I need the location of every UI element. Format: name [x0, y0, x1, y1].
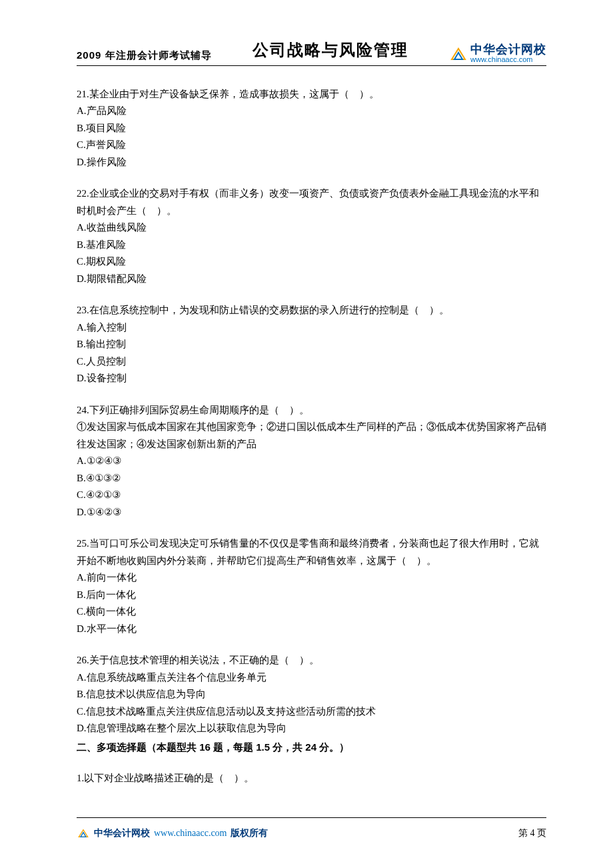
footer-left: 中华会计网校 www.chinaacc.com 版权所有	[77, 825, 268, 841]
question-option: D.操作风险	[77, 154, 546, 171]
question-26: 26.关于信息技术管理的相关说法，不正确的是（ ）。 A.信息系统战略重点关注各…	[77, 652, 546, 737]
question-extra: ①发达国家与低成本国家在其他国家竞争；②进口国以低成本生产同样的产品；③低成本优…	[77, 419, 546, 453]
section2-question-1: 1.以下对企业战略描述正确的是（ ）。	[77, 770, 546, 787]
question-option: D.设备控制	[77, 370, 546, 387]
logo-text-url: www.chinaacc.com	[470, 56, 546, 64]
question-option: B.基准风险	[77, 237, 546, 254]
question-23: 23.在信息系统控制中，为发现和防止错误的交易数据的录入所进行的控制是（ ）。 …	[77, 302, 546, 387]
page-footer: 中华会计网校 www.chinaacc.com 版权所有 第 4 页	[77, 825, 546, 841]
question-option: A.产品风险	[77, 103, 546, 120]
question-option: A.信息系统战略重点关注各个信息业务单元	[77, 669, 546, 687]
question-option: A.收益曲线风险	[77, 219, 546, 237]
question-option: D.①④②③	[77, 504, 546, 521]
section-2-header: 二、多项选择题（本题型共 16 题，每题 1.5 分，共 24 分。）	[77, 739, 546, 756]
question-24: 24.下列正确排列国际贸易生命周期顺序的是（ ）。 ①发达国家与低成本国家在其他…	[77, 402, 546, 521]
question-22: 22.企业或企业的交易对手有权（而非义务）改变一项资产、负债或资产负债表外金融工…	[77, 185, 546, 287]
question-option: C.④②①③	[77, 487, 546, 504]
question-option: B.后向一体化	[77, 587, 546, 604]
page-title: 公司战略与风险管理	[212, 37, 449, 64]
question-stem: 24.下列正确排列国际贸易生命周期顺序的是（ ）。	[77, 402, 546, 419]
logo-text-cn: 中华会计网校	[470, 43, 546, 56]
question-option: C.声誉风险	[77, 137, 546, 154]
question-option: B.信息技术以供应信息为导向	[77, 686, 546, 703]
question-option: A.①②④③	[77, 453, 546, 470]
question-option: A.输入控制	[77, 319, 546, 337]
page: 2009 年注册会计师考试辅导 公司战略与风险管理 中华会计网校 www.chi…	[0, 0, 613, 868]
question-option: B.输出控制	[77, 336, 546, 353]
question-25: 25.当可口可乐公司发现决定可乐销售量的不仅仅是零售商和最终消费者，分装商也起了…	[77, 535, 546, 637]
question-option: D.期限错配风险	[77, 271, 546, 288]
question-stem: 22.企业或企业的交易对手有权（而非义务）改变一项资产、负债或资产负债表外金融工…	[77, 185, 546, 219]
question-stem: 25.当可口可乐公司发现决定可乐销售量的不仅仅是零售商和最终消费者，分装商也起了…	[77, 535, 546, 569]
page-number: 第 4 页	[518, 825, 546, 841]
footer-name: 中华会计网校	[94, 825, 150, 841]
header-logo-block: 中华会计网校 www.chinaacc.com	[449, 43, 546, 63]
footer-divider	[77, 817, 546, 818]
question-option: C.期权风险	[77, 253, 546, 271]
header-left-text: 2009 年注册会计师考试辅导	[77, 47, 212, 64]
question-option: C.信息技术战略重点关注供应信息活动以及支持这些活动所需的技术	[77, 703, 546, 721]
footer-logo-icon	[77, 828, 90, 839]
question-option: D.信息管理战略在整个层次上以获取信息为导向	[77, 720, 546, 737]
question-option: C.横向一体化	[77, 603, 546, 621]
logo-icon	[449, 46, 468, 62]
question-option: B.④①③②	[77, 470, 546, 487]
question-stem: 1.以下对企业战略描述正确的是（ ）。	[77, 770, 546, 787]
question-stem: 26.关于信息技术管理的相关说法，不正确的是（ ）。	[77, 652, 546, 669]
question-21: 21.某企业由于对生产设备缺乏保养，造成事故损失，这属于（ ）。 A.产品风险 …	[77, 86, 546, 171]
question-option: A.前向一体化	[77, 569, 546, 587]
question-option: C.人员控制	[77, 353, 546, 371]
question-stem: 23.在信息系统控制中，为发现和防止错误的交易数据的录入所进行的控制是（ ）。	[77, 302, 546, 319]
page-header: 2009 年注册会计师考试辅导 公司战略与风险管理 中华会计网校 www.chi…	[77, 37, 546, 66]
question-option: B.项目风险	[77, 120, 546, 137]
question-stem: 21.某企业由于对生产设备缺乏保养，造成事故损失，这属于（ ）。	[77, 86, 546, 103]
question-option: D.水平一体化	[77, 621, 546, 638]
footer-url: www.chinaacc.com	[154, 825, 227, 841]
footer-rights: 版权所有	[231, 825, 268, 841]
